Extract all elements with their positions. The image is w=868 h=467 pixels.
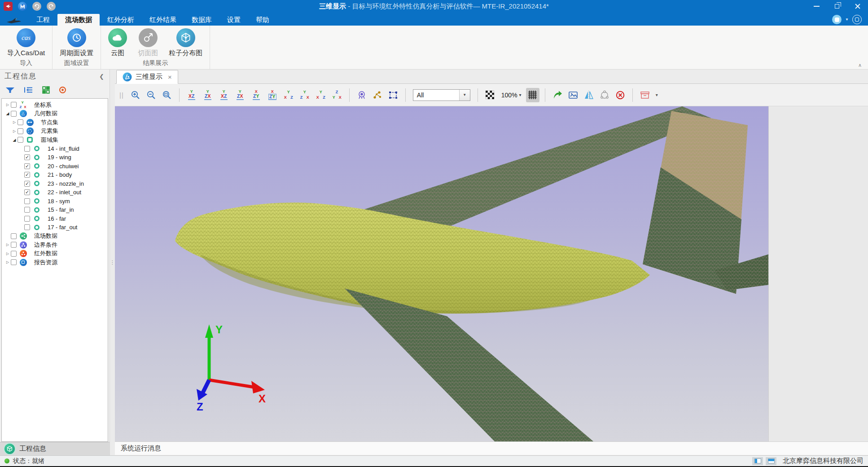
menu-tab[interactable]: 流场数据 bbox=[57, 14, 100, 26]
checkbox[interactable] bbox=[11, 102, 17, 108]
smooth-button[interactable] bbox=[598, 88, 611, 102]
probe-button[interactable] bbox=[355, 88, 368, 102]
panel-bottom-icon[interactable] bbox=[766, 457, 776, 465]
target-icon[interactable] bbox=[59, 86, 66, 95]
ribbon-button[interactable]: cas导入Cas/Dat bbox=[5, 28, 47, 58]
checkbox[interactable] bbox=[24, 198, 30, 204]
save-icon[interactable] bbox=[18, 2, 27, 11]
panel-footer[interactable]: 工程信息 bbox=[0, 442, 110, 455]
tree-item[interactable]: ✓22 - inlet_out bbox=[2, 188, 108, 197]
checkbox[interactable]: ✓ bbox=[24, 181, 30, 187]
surface-filter-combobox[interactable]: All▼ bbox=[413, 89, 470, 101]
mirror-button[interactable] bbox=[582, 88, 596, 102]
view-orientation-button[interactable]: XZY bbox=[266, 87, 279, 103]
grid-icon[interactable] bbox=[42, 86, 50, 95]
tree-item[interactable]: ▷YZX坐标系 bbox=[2, 100, 108, 109]
checkbox[interactable]: ✓ bbox=[24, 172, 30, 178]
checkbox[interactable]: ✓ bbox=[24, 189, 30, 195]
view-orientation-button[interactable]: XZY bbox=[250, 87, 263, 103]
view-orientation-button[interactable]: YXZ bbox=[314, 87, 328, 103]
zoom-out-button[interactable] bbox=[145, 88, 158, 102]
zoom-in-button[interactable] bbox=[129, 88, 142, 102]
checkerboard-button[interactable] bbox=[483, 88, 497, 102]
checkbox[interactable] bbox=[24, 224, 30, 230]
combo-dropdown-button[interactable]: ▼ bbox=[459, 90, 470, 100]
checkbox[interactable] bbox=[11, 233, 17, 239]
view-orientation-button[interactable]: YXZ bbox=[185, 87, 198, 103]
panel-collapse-icon[interactable]: ❮ bbox=[99, 73, 105, 80]
viewport-3d-canvas[interactable]: Y X Z bbox=[115, 106, 768, 441]
expander-icon[interactable]: ▷ bbox=[4, 103, 11, 107]
view-orientation-button[interactable]: YZX bbox=[298, 87, 311, 103]
ribbon-collapse-icon[interactable]: ∧ bbox=[858, 62, 862, 68]
tree-item[interactable]: ▷元素集 bbox=[2, 127, 108, 136]
cancel-button[interactable] bbox=[614, 88, 627, 102]
checkbox[interactable] bbox=[11, 259, 17, 265]
menu-tab[interactable]: 设置 bbox=[219, 14, 248, 26]
panel-left-icon[interactable] bbox=[752, 457, 763, 465]
checkbox[interactable] bbox=[11, 111, 17, 117]
restore-button[interactable] bbox=[827, 0, 847, 13]
snapshot-button[interactable] bbox=[566, 88, 580, 102]
zoom-fit-button[interactable] bbox=[160, 88, 174, 102]
view-orientation-button[interactable]: YZX bbox=[201, 87, 215, 103]
minimize-button[interactable] bbox=[806, 0, 827, 13]
tab-close-icon[interactable]: × bbox=[168, 73, 172, 81]
checkbox[interactable]: ✓ bbox=[24, 154, 30, 160]
view-orientation-button[interactable]: ZYX bbox=[330, 87, 344, 103]
menu-tab[interactable]: 工程 bbox=[29, 14, 57, 26]
tree-item[interactable]: ✓19 - wing bbox=[2, 153, 108, 162]
tree-item[interactable]: 16 - far bbox=[2, 214, 108, 223]
tree-item[interactable]: ✓21 - body bbox=[2, 170, 108, 179]
ribbon-button[interactable]: 周期面设置 bbox=[58, 28, 95, 58]
checkbox[interactable] bbox=[11, 242, 17, 248]
checkbox[interactable] bbox=[18, 128, 23, 134]
ribbon-button[interactable]: 云图 bbox=[106, 28, 129, 58]
list-icon[interactable] bbox=[24, 87, 33, 95]
tree-item[interactable]: 17 - far_out bbox=[2, 223, 108, 232]
checkbox[interactable] bbox=[24, 146, 30, 152]
checkbox[interactable]: ✓ bbox=[24, 163, 30, 169]
expander-icon[interactable]: ▷ bbox=[11, 120, 18, 124]
tree-item[interactable]: 流场数据 bbox=[2, 232, 108, 241]
menu-tab[interactable]: 帮助 bbox=[248, 14, 277, 26]
checkbox[interactable] bbox=[24, 216, 30, 222]
checkbox[interactable] bbox=[24, 207, 30, 213]
app-logo-icon[interactable] bbox=[4, 2, 13, 11]
tree-item[interactable]: ✓20 - chuiwei bbox=[2, 162, 108, 171]
menu-tab[interactable]: 数据库 bbox=[184, 14, 219, 26]
tree-item[interactable]: ▷边界条件 bbox=[2, 240, 108, 249]
chevron-down-icon[interactable]: ▾ bbox=[656, 92, 658, 97]
checkbox[interactable] bbox=[18, 119, 23, 125]
help-panel-icon[interactable] bbox=[852, 15, 862, 24]
share-arrow-button[interactable] bbox=[551, 88, 564, 102]
grid-button[interactable] bbox=[526, 88, 539, 102]
package-button[interactable] bbox=[638, 88, 652, 102]
select-box-button[interactable] bbox=[386, 88, 400, 102]
redo-icon[interactable] bbox=[47, 2, 56, 11]
tree-item[interactable]: 18 - sym bbox=[2, 197, 108, 206]
scatter-button[interactable] bbox=[371, 88, 384, 102]
expander-icon[interactable]: ◢ bbox=[4, 111, 11, 116]
menu-tab[interactable]: 红外分析 bbox=[100, 14, 142, 26]
tree-item[interactable]: ◢△几何数据 bbox=[2, 109, 108, 118]
toolbar-drag-handle[interactable]: || bbox=[119, 91, 124, 99]
expander-icon[interactable]: ▷ bbox=[11, 129, 18, 133]
tree-item[interactable]: ✓23 - nozzle_in bbox=[2, 179, 108, 188]
tree-item[interactable]: 14 - int_fluid bbox=[2, 144, 108, 153]
zoom-level[interactable]: 100%▾ bbox=[499, 92, 524, 99]
style-switch-icon[interactable] bbox=[832, 15, 842, 24]
panel-splitter[interactable]: ⋮ bbox=[110, 70, 115, 455]
expander-icon[interactable]: ▷ bbox=[4, 260, 11, 264]
view-orientation-button[interactable]: YXZ bbox=[217, 87, 231, 103]
undo-icon[interactable] bbox=[32, 2, 41, 11]
tree-item[interactable]: ▷节点集 bbox=[2, 118, 108, 127]
ribbon-button[interactable]: 粒子分布图 bbox=[167, 28, 204, 58]
expander-icon[interactable]: ▷ bbox=[4, 252, 11, 256]
chevron-down-icon[interactable]: ▼ bbox=[845, 17, 849, 22]
tree-item[interactable]: ▷红外数据 bbox=[2, 249, 108, 258]
checkbox[interactable] bbox=[18, 137, 23, 143]
tree-item[interactable]: 15 - far_in bbox=[2, 205, 108, 214]
expander-icon[interactable]: ▷ bbox=[4, 243, 11, 247]
tree-item[interactable]: ◢面域集 bbox=[2, 135, 108, 144]
